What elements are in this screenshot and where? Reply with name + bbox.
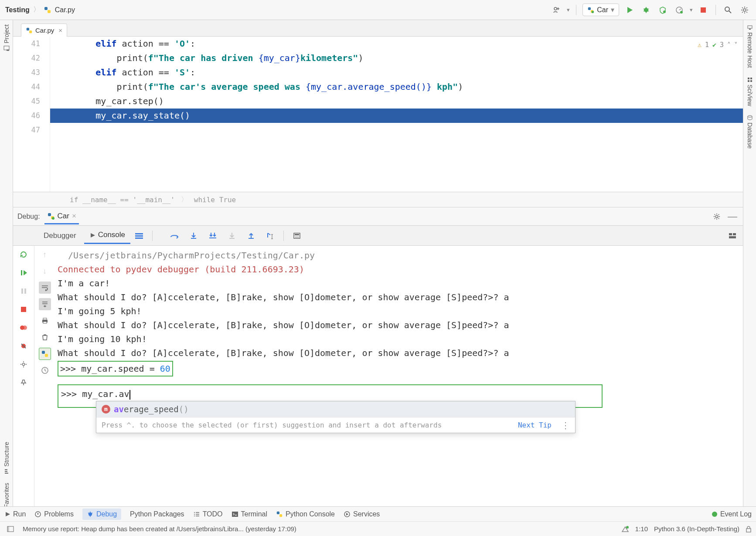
view-breakpoints-icon[interactable]: [17, 322, 30, 334]
debug-header: Debug: Car × —: [13, 207, 743, 226]
clear-icon[interactable]: [39, 331, 51, 343]
chevron-up-icon[interactable]: ˄: [727, 41, 731, 49]
search-icon[interactable]: [722, 4, 734, 16]
scroll-to-end-icon[interactable]: [39, 298, 51, 310]
console-tab[interactable]: Console: [84, 227, 130, 244]
profile-icon[interactable]: [673, 4, 685, 16]
sciview-tool-button[interactable]: SciView: [746, 72, 753, 111]
svg-rect-22: [748, 80, 749, 82]
debugger-tab[interactable]: Debugger: [38, 228, 82, 244]
run-config-selector[interactable]: Car ▾: [582, 3, 619, 16]
python-console-tool-button[interactable]: Python Console: [276, 510, 335, 518]
coverage-icon[interactable]: [657, 4, 669, 16]
remote-host-tool-button[interactable]: Remote Host: [746, 20, 753, 72]
svg-rect-55: [43, 318, 47, 320]
completion-item[interactable]: m average_speed(): [96, 401, 575, 417]
pause-icon[interactable]: [17, 285, 30, 297]
check-icon: ✔: [712, 41, 716, 49]
rerun-icon[interactable]: [17, 248, 30, 261]
run-tool-button[interactable]: Run: [4, 510, 26, 518]
services-tool-button[interactable]: Services: [344, 510, 380, 518]
add-config-icon[interactable]: [550, 4, 562, 16]
code-editor[interactable]: 41 42 43 44 45 46 47 elif action == 'O':…: [13, 37, 743, 192]
stop-icon[interactable]: [17, 303, 30, 315]
python-prompt-icon[interactable]: [39, 348, 51, 360]
database-tool-button[interactable]: Database: [746, 110, 753, 153]
debug-icon[interactable]: [640, 4, 652, 16]
svg-rect-63: [277, 511, 279, 514]
print-icon[interactable]: [39, 315, 51, 327]
debug-toolbar: Debugger Console: [13, 226, 743, 246]
step-into-my-code-icon[interactable]: [207, 230, 219, 242]
layout-icon[interactable]: [726, 230, 739, 242]
svg-rect-34: [191, 238, 196, 239]
svg-point-24: [748, 115, 752, 117]
chevron-down-icon[interactable]: ˅: [734, 41, 738, 49]
evaluate-expression-icon[interactable]: [291, 230, 303, 242]
gear-icon[interactable]: [711, 210, 723, 223]
pin-icon[interactable]: [17, 377, 30, 389]
svg-rect-27: [48, 213, 51, 216]
step-over-icon[interactable]: [168, 230, 180, 242]
svg-rect-33: [135, 237, 143, 239]
gear-icon[interactable]: [17, 358, 30, 370]
code-content[interactable]: elif action == 'O': print(f"The car has …: [50, 37, 743, 192]
svg-rect-10: [701, 7, 706, 13]
up-icon[interactable]: ↑: [39, 248, 51, 261]
chevron-down-icon[interactable]: ▾: [690, 7, 693, 13]
warning-icon: ⚠: [698, 41, 702, 49]
console-input[interactable]: >>> my_car.av m average_speed() Press ^.…: [58, 384, 603, 408]
structure-tool-button[interactable]: Structure: [3, 438, 10, 479]
resume-icon[interactable]: [17, 267, 30, 279]
close-icon[interactable]: ×: [58, 27, 62, 34]
breadcrumb-file[interactable]: Car.py: [55, 6, 75, 14]
close-icon[interactable]: ×: [72, 212, 76, 221]
soft-wrap-icon[interactable]: [39, 282, 51, 294]
todo-tool-button[interactable]: TODO: [193, 510, 223, 518]
event-log-tool-button[interactable]: Event Log: [712, 510, 752, 518]
chevron-down-icon: ▾: [611, 6, 614, 14]
chevron-right-icon: 〉: [181, 195, 188, 204]
step-out-icon[interactable]: [245, 230, 257, 242]
bottom-tool-bar: Run Problems Debug Python Packages TODO …: [0, 506, 756, 521]
status-message[interactable]: Memory use report: Heap dump has been cr…: [23, 525, 615, 533]
run-to-cursor-icon[interactable]: [264, 230, 276, 242]
step-into-icon[interactable]: [187, 230, 200, 242]
svg-rect-56: [43, 322, 47, 323]
more-icon[interactable]: ⋮: [561, 418, 570, 432]
run-icon[interactable]: [623, 4, 636, 16]
mute-breakpoints-icon[interactable]: [17, 340, 30, 352]
interpreter[interactable]: Python 3.6 (In-Depth-Testing): [654, 525, 739, 533]
completion-popup[interactable]: m average_speed() Press ^. to choose the…: [96, 401, 576, 433]
project-tool-button[interactable]: Project: [3, 20, 10, 56]
problems-tool-button[interactable]: Problems: [34, 510, 74, 518]
console-output[interactable]: /Users/jetbrains/PycharmProjects/Testing…: [55, 246, 743, 521]
terminal-tool-button[interactable]: Terminal: [232, 510, 267, 518]
python-packages-tool-button[interactable]: Python Packages: [130, 510, 184, 518]
chevron-down-icon[interactable]: ▾: [567, 7, 570, 13]
debug-tool-button[interactable]: Debug: [82, 509, 121, 520]
history-icon[interactable]: [39, 364, 51, 377]
gear-icon[interactable]: [739, 4, 751, 16]
stop-icon[interactable]: [697, 4, 709, 16]
notification-icon[interactable]: [621, 526, 629, 533]
editor-tab[interactable]: Car.py ×: [21, 24, 67, 37]
minimize-icon[interactable]: —: [726, 210, 739, 223]
threads-icon[interactable]: [133, 230, 145, 242]
debug-label: Debug:: [17, 213, 40, 221]
lock-icon[interactable]: [746, 526, 752, 533]
svg-rect-68: [7, 526, 9, 532]
inspection-widget[interactable]: ⚠1 ✔3 ˄ ˅: [698, 41, 738, 49]
breadcrumb-project[interactable]: Testing: [5, 6, 30, 14]
svg-point-66: [712, 512, 717, 517]
tool-window-icon[interactable]: [4, 523, 17, 535]
debug-session-tab[interactable]: Car ×: [44, 208, 79, 224]
chevron-right-icon: 〉: [33, 5, 40, 14]
svg-rect-23: [750, 80, 752, 82]
next-tip-link[interactable]: Next Tip: [518, 418, 552, 432]
force-step-into-icon[interactable]: [226, 230, 238, 242]
cursor-position[interactable]: 1:10: [635, 525, 648, 533]
svg-rect-43: [729, 233, 732, 235]
down-icon[interactable]: ↓: [39, 265, 51, 277]
svg-point-61: [89, 512, 92, 516]
